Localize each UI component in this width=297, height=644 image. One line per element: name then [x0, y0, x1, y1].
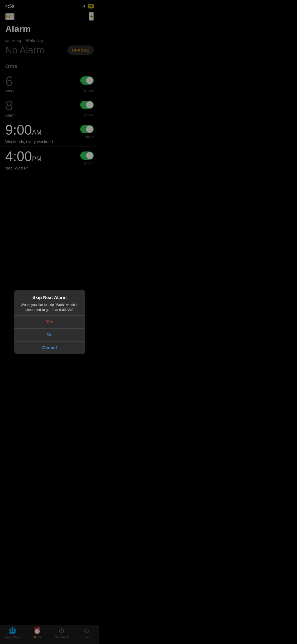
modal-overlay: Skip Next Alarm Would you like to skip "…	[0, 0, 99, 215]
